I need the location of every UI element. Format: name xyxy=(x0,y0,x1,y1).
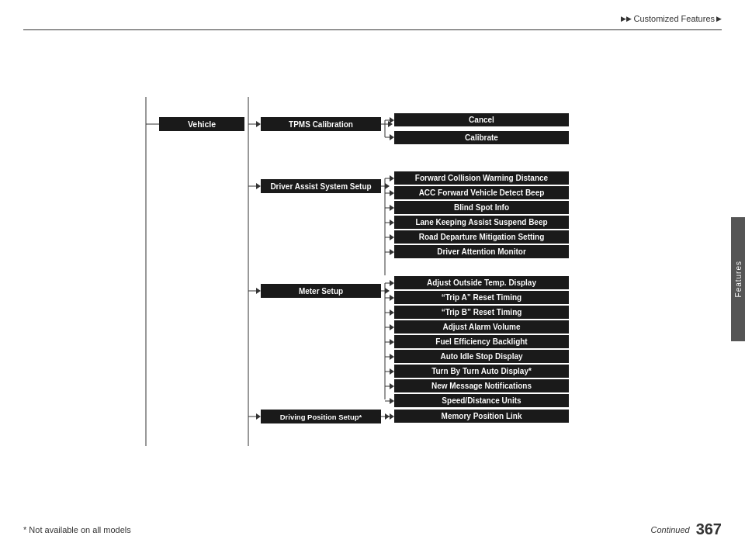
footer-right: Continued 367 xyxy=(650,520,722,538)
col3-driver-attention: Driver Attention Monitor xyxy=(394,245,569,258)
col3-forward-collision: Forward Collision Warning Distance xyxy=(394,171,569,185)
col3-new-message: New Message Notifications xyxy=(394,379,569,392)
svg-marker-19 xyxy=(385,413,390,420)
footer-continued: Continued xyxy=(650,525,689,534)
svg-marker-17 xyxy=(385,288,390,294)
header: ▶▶ Customized Features ▶ xyxy=(621,14,722,23)
col2-meter-setup: Meter Setup xyxy=(261,284,381,298)
col3-turn-by-turn: Turn By Turn Auto Display* xyxy=(394,365,569,378)
col3-adjust-outside-temp: Adjust Outside Temp. Display xyxy=(394,276,569,289)
col3-speed-distance: Speed/Distance Units xyxy=(394,394,569,407)
col3-fuel-efficiency: Fuel Efficiency Backlight xyxy=(394,335,569,348)
col3-trip-b: “Trip B” Reset Timing xyxy=(394,306,569,319)
col3-cancel: Cancel xyxy=(394,113,569,126)
header-triangles: ▶▶ xyxy=(621,15,632,22)
connector-lines xyxy=(23,43,722,517)
col3-trip-a: “Trip A” Reset Timing xyxy=(394,291,569,304)
side-tab-label: Features xyxy=(734,261,743,297)
col3-auto-idle: Auto Idle Stop Display xyxy=(394,350,569,363)
col3-blind-spot: Blind Spot Info xyxy=(394,201,569,214)
footer: * Not available on all models Continued … xyxy=(23,520,722,538)
footer-page: 367 xyxy=(696,520,722,538)
col3-lane-keeping: Lane Keeping Assist Suspend Beep xyxy=(394,216,569,229)
col3-memory-position: Memory Position Link xyxy=(394,410,569,423)
col1-vehicle: Vehicle xyxy=(159,117,244,131)
header-triangle-end: ▶ xyxy=(716,15,722,22)
col3-calibrate: Calibrate xyxy=(394,131,569,144)
col2-driver-assist: Driver Assist System Setup xyxy=(261,179,381,193)
svg-marker-13 xyxy=(388,121,393,127)
col3-road-departure: Road Departure Mitigation Setting xyxy=(394,230,569,244)
col2-tpms: TPMS Calibration xyxy=(261,117,381,131)
features-tab: Features xyxy=(731,217,745,341)
footer-note: * Not available on all models xyxy=(23,525,131,534)
header-rule xyxy=(23,29,722,30)
col2-driving-position: Driving Position Setup* xyxy=(261,410,381,423)
col3-adjust-alarm: Adjust Alarm Volume xyxy=(394,320,569,334)
header-title: Customized Features xyxy=(633,14,715,23)
diagram: Vehicle TPMS Calibration Driver Assist S… xyxy=(23,43,722,517)
svg-marker-15 xyxy=(385,183,390,189)
col3-acc-forward: ACC Forward Vehicle Detect Beep xyxy=(394,186,569,199)
